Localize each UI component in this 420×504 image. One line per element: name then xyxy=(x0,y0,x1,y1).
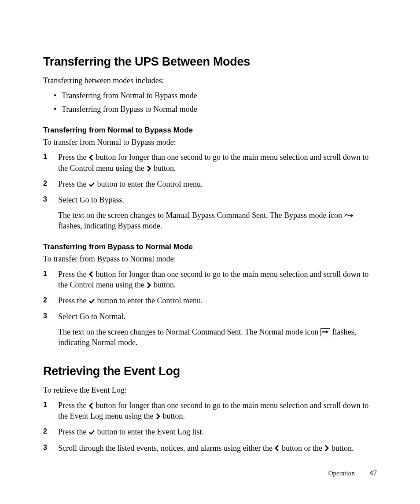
step-item: Press the button to enter the Event Log … xyxy=(43,427,377,437)
bullet-item: Transferring from Bypass to Normal mode xyxy=(62,104,377,114)
step-text: button. xyxy=(151,164,176,173)
step-text: button. xyxy=(161,412,185,420)
step-item: Press the button for longer than one sec… xyxy=(43,269,377,291)
intro-transferring: Transferring between modes includes: xyxy=(43,76,377,86)
intro-event-log: To retrieve the Event Log: xyxy=(43,385,377,395)
step-text: Press the xyxy=(58,180,88,188)
step-text: Select Go to Bypass. xyxy=(58,195,124,204)
step-text: The text on the screen changes to Manual… xyxy=(58,211,344,220)
check-icon xyxy=(88,429,95,435)
step-text: button or the xyxy=(280,444,324,452)
left-arrow-icon xyxy=(88,155,94,161)
step-item: Select Go to Normal. The text on the scr… xyxy=(43,311,377,348)
normal-mode-icon xyxy=(321,328,330,336)
check-icon xyxy=(88,298,95,304)
footer-chapter: Operation xyxy=(328,470,355,477)
bullet-list: Transferring from Normal to Bypass mode … xyxy=(43,90,377,114)
intro-n2b: To transfer from Normal to Bypass mode: xyxy=(43,137,377,147)
right-arrow-icon xyxy=(324,445,329,451)
step-text: Select Go to Normal. xyxy=(58,312,125,321)
step-text: button to enter the Event Log list. xyxy=(95,427,204,436)
step-text: Press the xyxy=(58,296,88,305)
step-item: Select Go to Bypass. The text on the scr… xyxy=(43,195,377,231)
step-text: button for longer than one second to go … xyxy=(58,270,368,289)
steps-b2n: Press the button for longer than one sec… xyxy=(43,269,377,348)
step-text: Press the xyxy=(58,153,88,162)
check-icon xyxy=(88,181,95,188)
subheading-bypass-to-normal: Transferring from Bypass to Normal Mode xyxy=(43,243,377,251)
left-arrow-icon xyxy=(88,271,94,277)
page-footer: Operation 47 xyxy=(328,469,377,478)
step-text: button for longer than one second to go … xyxy=(58,401,368,420)
step-text: Press the xyxy=(58,270,88,279)
subheading-normal-to-bypass: Transferring from Normal to Bypass Mode xyxy=(43,126,377,135)
step-subtext: The text on the screen changes to Manual… xyxy=(58,210,377,232)
step-item: Scroll through the listed events, notice… xyxy=(43,443,377,453)
steps-event-log: Press the button for longer than one sec… xyxy=(43,400,377,453)
footer-page-number: 47 xyxy=(369,469,377,477)
step-item: Press the button for longer than one sec… xyxy=(43,152,377,173)
right-arrow-icon xyxy=(155,413,161,419)
heading-event-log: Retrieving the Event Log xyxy=(43,364,377,378)
step-text: button for longer than one second to go … xyxy=(58,153,368,172)
intro-b2n: To transfer from Bypass to Normal mode: xyxy=(43,254,377,264)
step-text: flashes, indicating Bypass mode. xyxy=(58,221,162,230)
step-text: Press the xyxy=(58,427,88,436)
step-text: button. xyxy=(151,280,176,289)
step-item: Press the button to enter the Control me… xyxy=(43,295,377,306)
right-arrow-icon xyxy=(146,166,151,172)
step-text: The text on the screen changes to Normal… xyxy=(58,327,321,336)
step-text: Press the xyxy=(58,401,88,410)
steps-n2b: Press the button for longer than one sec… xyxy=(43,152,377,231)
step-text: button. xyxy=(329,444,354,452)
heading-transferring: Transferring the UPS Between Modes xyxy=(43,55,377,69)
step-item: Press the button for longer than one sec… xyxy=(43,400,377,422)
footer-separator xyxy=(363,470,363,476)
left-arrow-icon xyxy=(88,403,94,409)
left-arrow-icon xyxy=(274,445,280,451)
bullet-item: Transferring from Normal to Bypass mode xyxy=(62,90,377,101)
step-item: Press the button to enter the Control me… xyxy=(43,179,377,189)
step-text: button to enter the Control menu. xyxy=(95,296,203,305)
bypass-mode-icon xyxy=(344,212,354,218)
step-subtext: The text on the screen changes to Normal… xyxy=(58,327,377,348)
right-arrow-icon xyxy=(146,282,151,288)
step-text: button to enter the Control menu. xyxy=(95,180,203,188)
step-text: Scroll through the listed events, notice… xyxy=(58,444,274,452)
